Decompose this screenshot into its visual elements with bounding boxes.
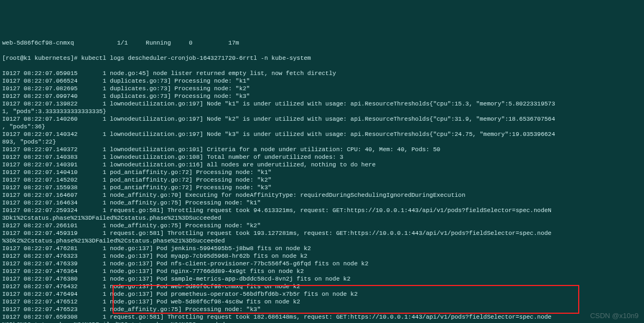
log-line: I0127 08:22:07.059015 1 node.go:45] node… [2,70,642,77]
shell-prompt: [root@k1 kubernetes]# [2,55,81,61]
command-text: kubectl logs descheduler-cronjob-1643271… [81,55,311,61]
log-line: I0127 08:22:07.476323 1 node.go:137] Pod… [2,252,642,260]
terminal-output[interactable]: web-5d86f6cf98-cnmxq 1/1 Running 0 17m [… [0,30,644,323]
log-line: %3Dk3%2Cstatus.phase%21%3DFailed%2Cstatu… [2,321,642,323]
top-line: web-5d86f6cf98-cnmxq 1/1 Running 0 17m [2,39,642,47]
log-line: I0127 08:22:07.476512 1 node.go:137] Pod… [2,298,642,306]
log-output: I0127 08:22:07.059015 1 node.go:45] node… [2,70,642,323]
log-line: I0127 08:22:07.139822 1 lownodeutilizati… [2,100,642,108]
log-line: 893, "pods":22} [2,138,642,146]
log-line: I0127 08:22:07.476523 1 node_affinity.go… [2,306,642,313]
log-line: 1, "pods":3.3333333333333335} [2,108,642,115]
log-line: I0127 08:22:07.476364 1 node.go:137] Pod… [2,268,642,275]
log-line: 3Dk1%2Cstatus.phase%21%3DFailed%2Cstatus… [2,214,642,222]
log-line: I0127 08:22:07.164634 1 node_affinity.go… [2,199,642,207]
log-line: I0127 08:22:07.659308 1 request.go:581] … [2,313,642,321]
log-line: I0127 08:22:07.140260 1 lownodeutilizati… [2,115,642,123]
log-line: I0127 08:22:07.082695 1 duplicates.go:73… [2,85,642,92]
log-line: I0127 08:22:07.476494 1 node.go:137] Pod… [2,290,642,298]
log-line: I0127 08:22:07.459319 1 request.go:581] … [2,229,642,237]
log-line: I0127 08:22:07.155938 1 pod_antiaffinity… [2,184,642,191]
log-line: I0127 08:22:07.259324 1 request.go:581] … [2,207,642,214]
watermark-text: CSDN @x10n9 [590,312,639,320]
log-line: I0127 08:22:07.476432 1 node.go:137] Pod… [2,283,642,290]
log-line: I0127 08:22:07.140372 1 lownodeutilizati… [2,146,642,153]
log-line: %3Dk2%2Cstatus.phase%21%3DFailed%2Cstatu… [2,237,642,245]
log-line: I0127 08:22:07.164607 1 node_affinity.go… [2,191,642,199]
log-line: I0127 08:22:07.066524 1 duplicates.go:73… [2,77,642,85]
log-line: I0127 08:22:07.140391 1 lownodeutilizati… [2,161,642,169]
log-line: I0127 08:22:07.099740 1 duplicates.go:73… [2,92,642,100]
log-line: I0127 08:22:07.266101 1 node_affinity.go… [2,222,642,229]
log-line: I0127 08:22:07.476380 1 node.go:137] Pod… [2,275,642,283]
log-line: I0127 08:22:07.145202 1 pod_antiaffinity… [2,176,642,184]
log-line: I0127 08:22:07.476339 1 node.go:137] Pod… [2,260,642,268]
log-line: I0127 08:22:07.140383 1 lownodeutilizati… [2,153,642,161]
log-line: I0127 08:22:07.476281 1 node.go:137] Pod… [2,245,642,252]
command-line: [root@k1 kubernetes]# kubectl logs desch… [2,54,642,62]
log-line: , "pods":36} [2,123,642,131]
log-line: I0127 08:22:07.140410 1 pod_antiaffinity… [2,169,642,176]
log-line: I0127 08:22:07.140342 1 lownodeutilizati… [2,131,642,138]
